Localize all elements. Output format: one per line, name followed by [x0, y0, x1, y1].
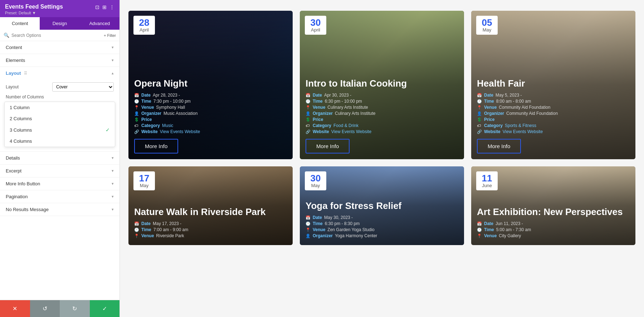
column-option-1[interactable]: 1 Column	[5, 102, 115, 113]
minimize-icon[interactable]: ⊡	[95, 4, 99, 10]
tag-icon: 🏷	[134, 123, 139, 128]
layout-select[interactable]: Cover	[52, 82, 114, 92]
section-content[interactable]: Content ▾	[0, 41, 119, 54]
calendar-icon: 📅	[134, 93, 139, 98]
event-card-body: Art Exhibition: New Perspectives 📅 Date …	[471, 202, 635, 245]
chevron-down-icon: ▾	[112, 169, 114, 173]
badge-month: May	[309, 183, 322, 188]
clock-icon: 🕐	[477, 99, 482, 104]
event-detail-venue: 📍 Venue City Gallery	[477, 233, 630, 238]
chevron-down-icon: ▾	[112, 194, 114, 199]
reset-button[interactable]: ↺	[30, 300, 60, 317]
more-info-button-cooking[interactable]: More Info	[306, 139, 350, 153]
tag-icon: 🏷	[306, 123, 311, 128]
search-input[interactable]	[11, 33, 102, 38]
calendar-icon: 📅	[306, 215, 311, 220]
cancel-button[interactable]: ✕	[0, 300, 30, 317]
event-date-badge: 30 April	[305, 16, 326, 35]
badge-day: 30	[309, 174, 322, 183]
event-detail-date: 📅 Date Jun 11, 2023 -	[477, 221, 630, 226]
search-icon: 🔍	[4, 33, 9, 38]
event-detail-category: 🏷 Category Food & Drink	[306, 123, 458, 128]
tab-design[interactable]: Design	[40, 17, 79, 30]
column-option-2[interactable]: 2 Columns	[5, 113, 115, 124]
drag-handle-icon[interactable]: ⠿	[24, 71, 27, 76]
column-option-3[interactable]: 3 Columns ✓	[5, 124, 115, 136]
filter-button[interactable]: + Filter	[104, 33, 116, 38]
event-detail-time: 🕐 Time 6:30 pm - 10:00 pm	[306, 99, 458, 104]
clock-icon: 🕐	[134, 99, 139, 104]
redo-button[interactable]: ↻	[60, 300, 90, 317]
badge-month: May	[480, 27, 493, 33]
layout-type-row: Layout Cover	[6, 82, 114, 92]
columns-label: Number of Columns	[6, 94, 114, 99]
sidebar-preset[interactable]: Preset: Default ▼	[5, 11, 63, 15]
price-icon: 💲	[134, 117, 139, 122]
checkmark-icon: ✓	[106, 127, 110, 133]
event-detail-venue: 📍 Venue Zen Garden Yoga Studio	[306, 227, 458, 232]
event-detail-venue: 📍 Venue Riverside Park	[134, 233, 287, 238]
more-info-button-opera[interactable]: More Info	[134, 139, 178, 153]
event-date-badge: 28 April	[133, 16, 155, 35]
event-detail-category: 🏷 Category Sports & Fitness	[477, 123, 630, 128]
tab-content[interactable]: Content	[0, 17, 40, 30]
sidebar-bottom-bar: ✕ ↺ ↻ ✓	[0, 300, 119, 317]
chevron-down-icon: ▾	[112, 58, 114, 63]
event-detail-price: 💲 Price	[134, 117, 287, 122]
section-pagination[interactable]: Pagination ▾	[0, 190, 119, 203]
person-icon: 👤	[477, 111, 482, 116]
clock-icon: 🕐	[134, 228, 139, 232]
event-date-badge: 30 May	[305, 171, 326, 190]
event-detail-time: 🕐 Time 8:00 am - 8:00 am	[477, 99, 630, 104]
event-card-opera-night: 28 April Opera Night 📅 Date Apr 28, 2023…	[128, 11, 293, 159]
person-icon: 👤	[306, 111, 311, 116]
event-card-body: Yoga for Stress Relief 📅 Date May 30, 20…	[300, 196, 464, 245]
more-info-button-health[interactable]: More Info	[477, 139, 521, 153]
badge-month: April	[309, 27, 322, 33]
event-title: Health Fair	[477, 78, 630, 89]
badge-month: April	[138, 27, 151, 33]
calendar-icon: 📅	[306, 93, 311, 98]
tab-advanced[interactable]: Advanced	[80, 17, 119, 30]
person-icon: 👤	[306, 234, 311, 238]
event-date-badge: 05 May	[476, 16, 498, 35]
event-detail-date: 📅 Date May 5, 2023 -	[477, 93, 630, 98]
section-more-info[interactable]: More Info Button ▾	[0, 177, 119, 190]
badge-month: June	[480, 183, 493, 188]
section-excerpt[interactable]: Excerpt ▾	[0, 165, 119, 177]
section-layout: Layout ⠿ ▴ Layout Cover Number of Column…	[0, 67, 119, 152]
event-title: Yoga for Stress Relief	[306, 201, 458, 211]
location-icon: 📍	[477, 234, 482, 238]
sidebar-scroll: Content ▾ Elements ▾ Layout ⠿ ▴ Layout	[0, 41, 119, 300]
badge-day: 11	[480, 174, 493, 183]
location-icon: 📍	[134, 105, 139, 110]
event-detail-organizer: 👤 Organizer Yoga Harmony Center	[306, 233, 458, 238]
chevron-down-icon: ▾	[112, 45, 114, 50]
badge-day: 05	[480, 18, 493, 27]
more-options-icon[interactable]: ⋮	[109, 4, 114, 10]
price-icon: 💲	[306, 117, 311, 122]
section-details[interactable]: Details ▾	[0, 152, 119, 165]
clock-icon: 🕐	[477, 228, 482, 232]
sidebar: Events Feed Settings Preset: Default ▼ ⊡…	[0, 0, 120, 317]
event-card-health-fair: 05 May Health Fair 📅 Date May 5, 2023 - …	[471, 11, 635, 159]
event-card-italian-cooking: 30 April Intro to Italian Cooking 📅 Date…	[300, 11, 464, 159]
calendar-icon: 📅	[477, 221, 482, 226]
event-title: Opera Night	[134, 78, 287, 89]
event-title: Art Exhibition: New Perspectives	[477, 207, 630, 218]
column-option-4[interactable]: 4 Columns	[5, 136, 115, 147]
save-button[interactable]: ✓	[90, 300, 120, 317]
event-title: Intro to Italian Cooking	[306, 78, 458, 89]
layout-icon[interactable]: ⊞	[102, 4, 107, 10]
event-detail-time: 🕐 Time 6:30 pm - 8:30 pm	[306, 221, 458, 226]
columns-dropdown: 1 Column 2 Columns 3 Columns ✓ 4 Columns	[4, 102, 115, 147]
person-icon: 👤	[134, 111, 139, 116]
chevron-down-icon: ▾	[112, 207, 114, 212]
chevron-down-icon: ▾	[112, 181, 114, 186]
section-no-results[interactable]: No Results Message ▾	[0, 203, 119, 216]
event-detail-venue: 📍 Venue Culinary Arts Institute	[306, 105, 458, 110]
section-elements[interactable]: Elements ▾	[0, 54, 119, 67]
event-title: Nature Walk in Riverside Park	[134, 207, 287, 218]
event-detail-category: 🏷 Category Music	[134, 123, 287, 128]
event-date-badge: 17 May	[133, 171, 155, 190]
